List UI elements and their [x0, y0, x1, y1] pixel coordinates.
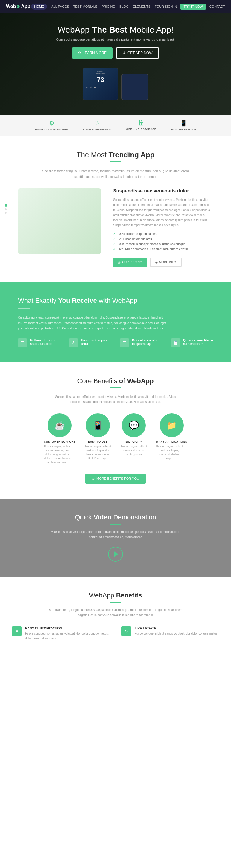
wb-item-title-2: LIVE UPDATE	[135, 626, 218, 630]
benefit-circle-3: 💬	[122, 413, 146, 437]
check-item: 100% Nullam et quam sapien.	[113, 231, 213, 237]
wb-item-1: ≡ EASY CUSTOMIZATION Fusce congue, nibh …	[12, 626, 110, 641]
green-feat-icon-3: ☰	[120, 338, 129, 347]
webapp-benefits-section: WebApp Benefits Sed diam tortor, fringil…	[0, 577, 231, 662]
wb-item-title-1: EASY CUSTOMIZATION	[25, 626, 110, 630]
benefit-easy-use: 📱 EASY TO USE Fusce congue, nibh ut sari…	[84, 413, 111, 465]
nav-home[interactable]: HOME	[31, 4, 47, 9]
dot-3[interactable]	[5, 212, 7, 214]
benefits-icons: ☕ CUSTOMER SUPPORT Fusce congue, nibh ut…	[12, 413, 219, 465]
wb-col-left: ≡ EASY CUSTOMIZATION Fusce congue, nibh …	[12, 626, 110, 647]
green-section: What Exactly You Receive with WebApp Cur…	[0, 282, 231, 362]
nav-pricing[interactable]: PRICING	[102, 5, 115, 8]
wb-item-desc-1: Fusce congue, nibh ut sarius volutpat, d…	[25, 631, 110, 641]
check-item: Free! Nunc commodo dui sit amet nibh orn…	[113, 247, 213, 252]
nav-links: HOME ALL PAGES TESTIMONIALS PRICING BLOG…	[31, 4, 164, 9]
feature-offline: 🗄 OFF LINE DATABASE	[126, 120, 156, 131]
dots-nav	[5, 204, 7, 214]
trending-image	[18, 188, 101, 254]
benefits-subtitle: Suspendisse a arcu effictur erat auctor …	[53, 394, 178, 404]
wb-item-2: ↻ LIVE UPDATE Fusce congue, nibh ut sari…	[121, 626, 219, 636]
trending-text: Sed diam tortor, fringilla ut metus vita…	[38, 168, 193, 179]
hero-title: WebApp The Best Mobile App!	[56, 25, 175, 35]
ux-icon: ♡	[84, 120, 111, 127]
navbar: Web ⚙ App HOME ALL PAGES TESTIMONIALS PR…	[0, 0, 231, 13]
trending-content: Suspendisse nec venenatis dolor Suspendi…	[18, 188, 213, 267]
trending-title: The Most Trending App	[18, 151, 213, 159]
more-benefits-button[interactable]: ⊕ MORE BENEFITS FOR YOU	[85, 474, 146, 484]
trending-right-title: Suspendisse nec venenatis dolor	[113, 188, 213, 194]
logo-icon: ⚙	[17, 4, 20, 9]
feature-progressive: ⚙ PROGRESSIVE DESIGN	[35, 120, 68, 131]
our-pricing-button[interactable]: ◎ OUR PRICING	[113, 258, 147, 267]
wb-title: WebApp Benefits	[12, 591, 219, 599]
nav-logo[interactable]: Web ⚙ App	[6, 4, 31, 9]
learn-more-button[interactable]: ✿ LEARN MORE	[72, 47, 113, 59]
wb-header: WebApp Benefits Sed diam tortor, fringil…	[12, 591, 219, 618]
hero-content: WebApp The Best Mobile App! Cum sociis n…	[56, 25, 175, 100]
more-benefits-wrap: ⊕ MORE BENEFITS FOR YOU	[12, 474, 219, 484]
more-info-button[interactable]: ◈ MORE INFO	[150, 258, 182, 267]
check-item: 128 Fusce ut tempus arcu	[113, 237, 213, 242]
green-feat-1: ☰ Nullam et ipsum sapite urtucos	[18, 338, 60, 347]
feature-multiplatform: 📱 MULTIPLATFORM	[171, 120, 196, 131]
video-text: Maecenas vitae velit turpis. Nam portito…	[50, 529, 181, 539]
nav-signin[interactable]: SIGN IN	[165, 5, 177, 8]
wb-icon-2: ↻	[121, 626, 131, 636]
green-text: Curabitur nunc erat, consequat in erat u…	[18, 315, 168, 331]
plus-icon: ⊕	[92, 477, 94, 480]
wb-grid: ≡ EASY CUSTOMIZATION Fusce congue, nibh …	[12, 626, 219, 647]
leaf-icon: ✿	[78, 51, 81, 55]
hero-buttons: ✿ LEARN MORE ⬇ GET APP NOW	[56, 47, 175, 59]
download-icon: ⬇	[123, 51, 126, 55]
green-underline	[18, 308, 30, 309]
hero-section: WebApp The Best Mobile App! Cum sociis n…	[0, 13, 231, 115]
benefit-many-apps: 📁 MANY APPLICATIONS Fusce congue, nibh u…	[156, 413, 187, 465]
progressive-icon: ⚙	[35, 120, 68, 127]
benefit-customer-support: ☕ CUSTOMER SUPPORT Fusce congue, nibh ut…	[44, 413, 76, 465]
green-feat-icon-2: ⏱	[69, 338, 78, 347]
get-app-button[interactable]: ⬇ GET APP NOW	[116, 47, 159, 59]
dot-active[interactable]	[5, 204, 7, 207]
nav-try-btn[interactable]: TRY IT NOW	[180, 4, 206, 9]
green-feat-2: ⏱ Fusce ut tempus arcu	[69, 338, 111, 347]
dot-2[interactable]	[5, 208, 7, 210]
green-feat-icon-1: ☰	[18, 338, 27, 347]
nav-elements[interactable]: ELEMENTS	[133, 5, 150, 8]
video-underline	[110, 524, 121, 525]
video-section: Quick Video Demonstration Maecenas vitae…	[0, 499, 231, 577]
benefits-underline	[110, 388, 121, 388]
play-button[interactable]	[108, 547, 123, 562]
nav-right: SIGN IN TRY IT NOW CONTACT	[165, 4, 225, 9]
nav-contact[interactable]: CONTACT	[209, 5, 225, 8]
benefit-circle-1: ☕	[48, 413, 71, 437]
check-item: 100b Phasellus suscipit massa a luctus s…	[113, 242, 213, 247]
feature-label: USER EXPERIENCE	[84, 128, 111, 131]
benefit-circle-2: 📱	[86, 413, 110, 437]
nav-all-pages[interactable]: ALL PAGES	[51, 5, 69, 8]
video-title: Quick Video Demonstration	[75, 514, 156, 521]
nav-tour[interactable]: TOUR	[155, 5, 164, 8]
nav-testimonials[interactable]: TESTIMONIALS	[73, 5, 97, 8]
multiplatform-icon: 📱	[171, 120, 196, 127]
phone-mockups: London New York 73 ☁ ☀ 🌧	[56, 67, 175, 100]
trending-right: Suspendisse nec venenatis dolor Suspendi…	[113, 188, 213, 267]
pricing-buttons: ◎ OUR PRICING ◈ MORE INFO	[113, 258, 213, 267]
benefits-section: Core Benefits of WebApp Suspendisse a ar…	[0, 362, 231, 499]
trending-underline	[110, 161, 121, 162]
green-feat-4: 📋 Quisque non libero rutrum lorem	[171, 338, 213, 347]
offline-icon: 🗄	[126, 120, 156, 126]
phone-mockup-secondary	[121, 73, 148, 100]
check-list: 100% Nullam et quam sapien. 128 Fusce ut…	[113, 231, 213, 252]
nav-blog[interactable]: BLOG	[119, 5, 129, 8]
green-features: ☰ Nullam et ipsum sapite urtucos ⏱ Fusce…	[18, 338, 213, 347]
phone-temp: 73	[86, 76, 115, 84]
green-feat-3: ☰ Duis at arcu ulam et quam sap	[120, 338, 162, 347]
hero-subtitle: Cum sociis natoque penatibus et magnis d…	[56, 38, 175, 41]
trending-right-text: Suspendisse a arcu effictur erat auctor …	[113, 197, 213, 228]
price-icon: ◎	[118, 261, 121, 264]
feature-label: OFF LINE DATABASE	[126, 128, 156, 131]
feature-label: PROGRESSIVE DESIGN	[35, 128, 68, 131]
feature-label: MULTIPLATFORM	[171, 128, 196, 131]
pin-icon: ◈	[155, 261, 158, 264]
